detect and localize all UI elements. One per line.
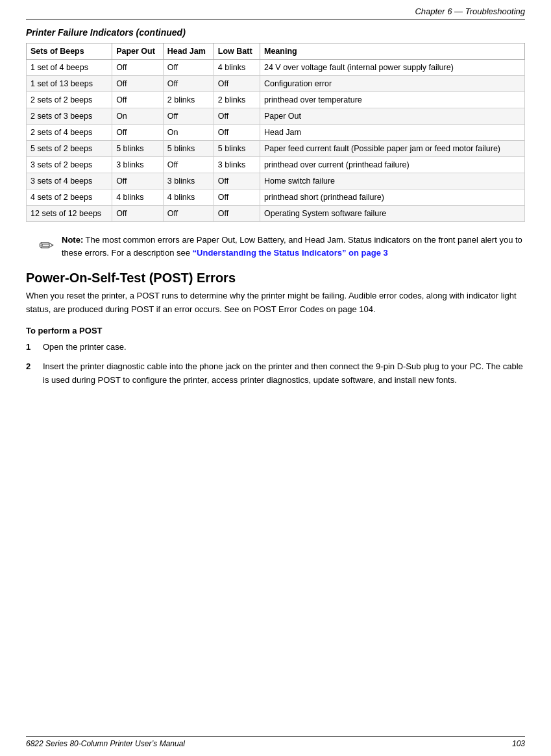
note-content: Note: The most common errors are Paper O… — [62, 234, 525, 259]
table-cell-7-1: Off — [112, 173, 164, 189]
note-label: Note: — [62, 235, 83, 245]
footer-left: 6822 Series 80-Column Printer User’s Man… — [26, 739, 185, 748]
step-text-1: Open the printer case. — [43, 341, 127, 354]
table-cell-9-3: Off — [214, 206, 260, 222]
table-cell-7-3: Off — [214, 173, 260, 189]
step-text-2: Insert the printer diagnostic cable into… — [43, 360, 525, 387]
table-cell-0-0: 1 set of 4 beeps — [27, 60, 112, 76]
table-cell-8-2: 4 blinks — [163, 189, 214, 206]
table-cell-3-2: Off — [163, 108, 214, 125]
table-cell-1-2: Off — [163, 76, 214, 92]
table-row: 1 set of 13 beepsOffOffOffConfiguration … — [27, 76, 525, 92]
table-cell-8-3: Off — [214, 189, 260, 206]
table-row: 2 sets of 4 beepsOffOnOffHead Jam — [27, 125, 525, 141]
table-header-row: Sets of Beeps Paper Out Head Jam Low Bat… — [27, 43, 525, 60]
table-row: 2 sets of 3 beepsOnOffOffPaper Out — [27, 108, 525, 125]
post-title: Power-On-Self-Test (POST) Errors — [26, 271, 525, 286]
step-num-2: 2 — [26, 360, 38, 374]
table-cell-6-4: printhead over current (printhead failur… — [260, 157, 524, 173]
table-row: 4 sets of 2 beeps4 blinks4 blinksOffprin… — [27, 189, 525, 206]
table-cell-9-2: Off — [163, 206, 214, 222]
note-box: ✏ Note: The most common errors are Paper… — [39, 234, 525, 259]
chapter-header: Chapter 6 — Troubleshooting — [26, 6, 525, 19]
table-cell-0-4: 24 V over voltage fault (internal power … — [260, 60, 524, 76]
table-cell-4-1: Off — [112, 125, 164, 141]
table-row: 1 set of 4 beepsOffOff4 blinks24 V over … — [27, 60, 525, 76]
table-cell-1-1: Off — [112, 76, 164, 92]
table-row: 3 sets of 4 beepsOff3 blinksOffHome swit… — [27, 173, 525, 189]
table-cell-4-3: Off — [214, 125, 260, 141]
table-cell-4-0: 2 sets of 4 beeps — [27, 125, 112, 141]
table-cell-8-0: 4 sets of 2 beeps — [27, 189, 112, 206]
table-cell-6-1: 3 blinks — [112, 157, 164, 173]
table-cell-2-2: 2 blinks — [163, 92, 214, 108]
table-cell-5-4: Paper feed current fault (Possible paper… — [260, 141, 524, 157]
table-cell-1-4: Configuration error — [260, 76, 524, 92]
table-cell-3-0: 2 sets of 3 beeps — [27, 108, 112, 125]
step-1: 1Open the printer case. — [26, 341, 525, 354]
table-cell-8-1: 4 blinks — [112, 189, 164, 206]
table-cell-1-0: 1 set of 13 beeps — [27, 76, 112, 92]
table-cell-5-1: 5 blinks — [112, 141, 164, 157]
table-cell-7-0: 3 sets of 4 beeps — [27, 173, 112, 189]
table-cell-3-3: Off — [214, 108, 260, 125]
perform-post-title: To perform a POST — [26, 326, 525, 335]
table-cell-5-3: 5 blinks — [214, 141, 260, 157]
table-cell-6-2: Off — [163, 157, 214, 173]
table-cell-0-2: Off — [163, 60, 214, 76]
col-header-paper-out: Paper Out — [112, 43, 164, 60]
table-cell-5-0: 5 sets of 2 beeps — [27, 141, 112, 157]
col-header-head-jam: Head Jam — [163, 43, 214, 60]
table-cell-8-4: printhead short (printhead failure) — [260, 189, 524, 206]
table-cell-2-0: 2 sets of 2 beeps — [27, 92, 112, 108]
table-cell-7-2: 3 blinks — [163, 173, 214, 189]
table-row: 5 sets of 2 beeps5 blinks5 blinks5 blink… — [27, 141, 525, 157]
table-cell-2-3: 2 blinks — [214, 92, 260, 108]
table-cell-2-4: printhead over temperature — [260, 92, 524, 108]
table-cell-6-3: 3 blinks — [214, 157, 260, 173]
chapter-title: Chapter 6 — Troubleshooting — [415, 6, 525, 16]
table-cell-1-3: Off — [214, 76, 260, 92]
table-cell-4-4: Head Jam — [260, 125, 524, 141]
table-cell-3-4: Paper Out — [260, 108, 524, 125]
table-cell-0-3: 4 blinks — [214, 60, 260, 76]
col-header-meaning: Meaning — [260, 43, 524, 60]
table-cell-6-0: 3 sets of 2 beeps — [27, 157, 112, 173]
pencil-icon: ✏ — [39, 235, 54, 256]
table-cell-9-1: Off — [112, 206, 164, 222]
failure-indicators-table: Sets of Beeps Paper Out Head Jam Low Bat… — [26, 43, 525, 222]
step-num-1: 1 — [26, 341, 38, 354]
table-cell-9-0: 12 sets of 12 beeps — [27, 206, 112, 222]
page-footer: 6822 Series 80-Column Printer User’s Man… — [26, 736, 525, 748]
note-link[interactable]: “Understanding the Status Indicators” on… — [193, 248, 388, 258]
table-row: 12 sets of 12 beepsOffOffOffOperating Sy… — [27, 206, 525, 222]
footer-right: 103 — [512, 739, 525, 748]
table-cell-3-1: On — [112, 108, 164, 125]
table-cell-0-1: Off — [112, 60, 164, 76]
table-cell-9-4: Operating System software failure — [260, 206, 524, 222]
step-2: 2Insert the printer diagnostic cable int… — [26, 360, 525, 387]
table-row: 2 sets of 2 beepsOff2 blinks2 blinksprin… — [27, 92, 525, 108]
table-cell-7-4: Home switch failure — [260, 173, 524, 189]
col-header-low-batt: Low Batt — [214, 43, 260, 60]
table-cell-5-2: 5 blinks — [163, 141, 214, 157]
table-cell-2-1: Off — [112, 92, 164, 108]
steps-list: 1Open the printer case.2Insert the print… — [26, 341, 525, 387]
col-header-beeps: Sets of Beeps — [27, 43, 112, 60]
table-row: 3 sets of 2 beeps3 blinksOff3 blinksprin… — [27, 157, 525, 173]
page-container: Chapter 6 — Troubleshooting Printer Fail… — [0, 0, 551, 756]
section-title: Printer Failure Indicators (continued) — [26, 27, 525, 38]
table-cell-4-2: On — [163, 125, 214, 141]
post-intro: When you reset the printer, a POST runs … — [26, 289, 525, 317]
